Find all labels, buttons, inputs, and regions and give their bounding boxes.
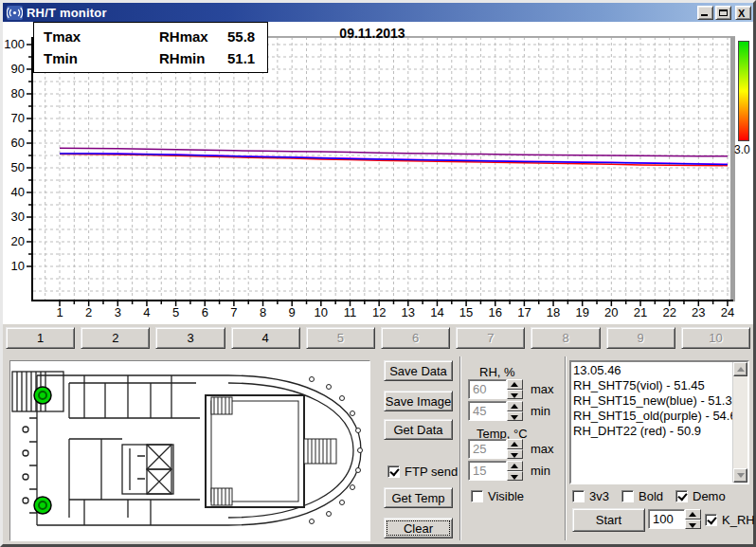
- 3v3-checkbox-box[interactable]: [572, 490, 585, 502]
- rh-group-title: RH, %: [479, 365, 515, 379]
- svg-text:12: 12: [372, 305, 386, 319]
- svg-text:100: 100: [4, 37, 25, 51]
- title-bar[interactable]: RH/T monitor X: [3, 3, 753, 22]
- floor-plan: [9, 360, 370, 541]
- ftp-send-label: FTP send: [405, 465, 458, 479]
- bottom-panel: Save Data Save Image Get Data FTP send G…: [3, 353, 753, 544]
- log-line-sht15n: RH_SHT15_new(blue) - 51.35: [573, 393, 730, 409]
- visible-checkbox-box[interactable]: [471, 490, 483, 502]
- svg-text:19: 19: [575, 305, 588, 319]
- app-window: RH/T monitor X 09.11.2013 Tmax RHmax 55.…: [0, 0, 756, 547]
- page-button-4[interactable]: 4: [231, 327, 300, 349]
- page-button-6[interactable]: 6: [381, 327, 450, 349]
- spin-up-icon[interactable]: [685, 509, 701, 520]
- get-temp-button[interactable]: Get Temp: [384, 487, 453, 508]
- rh-min-spinner: 45 min: [468, 401, 550, 421]
- svg-text:16: 16: [489, 305, 502, 319]
- scroll-up-icon[interactable]: [733, 362, 747, 376]
- 3v3-label: 3v3: [589, 489, 609, 503]
- spin-down-icon[interactable]: [507, 390, 523, 400]
- sensor-log-listbox[interactable]: 13.05.46 RH_SHT75(viol) - 51.45 RH_SHT15…: [569, 360, 749, 484]
- interval-value[interactable]: 100: [648, 509, 685, 529]
- bold-label: Bold: [639, 489, 663, 503]
- save-data-button[interactable]: Save Data: [384, 360, 453, 381]
- page-button-10[interactable]: 10: [681, 327, 750, 349]
- ftp-send-checkbox-box[interactable]: [387, 465, 400, 478]
- svg-text:23: 23: [692, 305, 705, 319]
- scroll-down-icon[interactable]: [733, 468, 747, 483]
- 3v3-checkbox[interactable]: 3v3: [572, 489, 609, 503]
- svg-text:14: 14: [430, 305, 443, 319]
- svg-text:60: 60: [11, 136, 25, 150]
- spin-up-icon[interactable]: [507, 379, 523, 390]
- page-button-row: 1 2 3 4 5 6 7 8 9 10: [3, 326, 753, 351]
- page-button-8[interactable]: 8: [531, 327, 600, 349]
- log-line-sht75: RH_SHT75(viol) - 51.45: [573, 378, 730, 393]
- page-button-2[interactable]: 2: [81, 327, 150, 349]
- temp-min-value[interactable]: 15: [468, 461, 507, 481]
- sensor-marker-1: [34, 387, 51, 404]
- svg-text:20: 20: [604, 305, 618, 319]
- svg-text:9: 9: [289, 305, 296, 319]
- svg-text:30: 30: [11, 210, 25, 224]
- demo-checkbox-box[interactable]: [675, 490, 688, 502]
- ftp-send-checkbox[interactable]: FTP send: [387, 465, 458, 479]
- page-button-7[interactable]: 7: [456, 327, 525, 349]
- divider: [459, 356, 461, 540]
- svg-text:70: 70: [11, 111, 25, 125]
- svg-text:3: 3: [115, 305, 121, 319]
- maximize-icon[interactable]: [715, 6, 731, 20]
- visible-checkbox[interactable]: Visible: [471, 489, 524, 503]
- radio-waves-icon: [7, 6, 23, 20]
- rh-min-label: min: [531, 404, 550, 418]
- page-button-9[interactable]: 9: [606, 327, 675, 349]
- demo-checkbox[interactable]: Demo: [675, 489, 726, 503]
- svg-text:20: 20: [11, 234, 25, 248]
- save-image-button[interactable]: Save Image: [384, 391, 453, 411]
- page-button-5[interactable]: 5: [306, 327, 375, 349]
- clear-button[interactable]: Clear: [384, 518, 453, 538]
- spin-up-icon[interactable]: [507, 461, 523, 471]
- color-scale: [738, 41, 749, 141]
- k-rh-label: K_RH: [722, 513, 755, 527]
- spin-up-icon[interactable]: [507, 439, 523, 449]
- svg-text:11: 11: [344, 305, 357, 319]
- svg-text:15: 15: [459, 305, 473, 319]
- svg-text:5: 5: [172, 305, 179, 319]
- page-button-3[interactable]: 3: [155, 327, 225, 349]
- start-button[interactable]: Start: [572, 508, 645, 532]
- rh-min-value[interactable]: 45: [468, 401, 507, 421]
- svg-text:2: 2: [85, 305, 92, 319]
- spin-down-icon[interactable]: [507, 471, 523, 482]
- page-button-1[interactable]: 1: [6, 327, 75, 349]
- legend-row-max: Tmax RHmax 55.8: [44, 26, 267, 47]
- log-line-dht22: RH_DHT22 (red) - 50.9: [573, 424, 730, 439]
- close-icon[interactable]: X: [735, 6, 751, 20]
- spin-down-icon[interactable]: [685, 520, 701, 530]
- spin-up-icon[interactable]: [507, 401, 523, 411]
- svg-text:1: 1: [56, 305, 63, 319]
- bold-checkbox[interactable]: Bold: [621, 489, 663, 503]
- svg-text:8: 8: [260, 305, 266, 319]
- bold-checkbox-box[interactable]: [621, 490, 634, 502]
- get-data-button[interactable]: Get Data: [384, 419, 453, 440]
- svg-text:4: 4: [143, 305, 150, 319]
- temp-min-spinner: 15 min: [468, 461, 550, 481]
- rh-max-value[interactable]: 60: [468, 379, 507, 399]
- svg-text:50: 50: [11, 160, 25, 174]
- temp-max-spinner: 25 max: [468, 439, 554, 459]
- svg-text:7: 7: [230, 305, 237, 319]
- svg-text:13: 13: [402, 305, 415, 319]
- log-scrollbar[interactable]: [732, 362, 747, 483]
- k-rh-checkbox-box[interactable]: [705, 514, 717, 526]
- rh-max-label: max: [531, 382, 554, 396]
- spin-down-icon[interactable]: [507, 449, 523, 460]
- log-line-sht15o: RH_SHT15_old(purple) - 54.67: [573, 409, 730, 424]
- temp-max-value[interactable]: 25: [468, 439, 507, 459]
- svg-text:21: 21: [634, 305, 647, 319]
- minimize-icon[interactable]: [697, 6, 713, 20]
- svg-text:22: 22: [662, 305, 675, 319]
- temp-max-label: max: [531, 442, 554, 456]
- k-rh-checkbox[interactable]: K_RH: [705, 513, 755, 527]
- spin-down-icon[interactable]: [507, 411, 523, 422]
